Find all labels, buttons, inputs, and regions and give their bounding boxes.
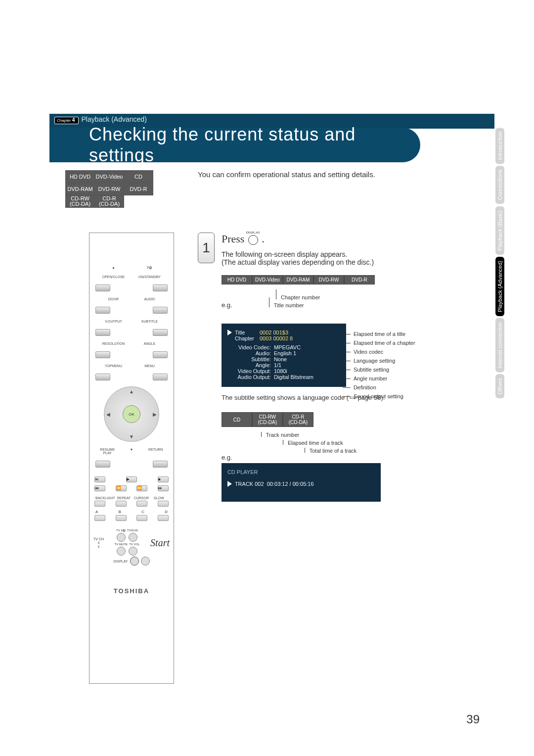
- media-cell: CD-R(CD-DA): [95, 195, 124, 208]
- door-button[interactable]: [95, 307, 110, 314]
- leader-label: Angle number: [343, 374, 415, 383]
- leader-title-number: Title number: [269, 297, 304, 308]
- side-tabs: IntroductionConnectionsPlayback (Basic)P…: [495, 128, 508, 400]
- leader-track-total: Total time of a track: [305, 448, 356, 454]
- angle-label: ANGLE: [132, 342, 168, 345]
- breadcrumb: Chapter 4 Playback (Advanced): [54, 115, 147, 123]
- up-icon[interactable]: ∧: [97, 541, 100, 544]
- media-cell: HD DVD: [222, 275, 252, 284]
- play-icon: [227, 330, 232, 335]
- d-pad[interactable]: ▲ ▼ ◀ ▶ OK: [104, 386, 159, 442]
- media-row-cd: CDCD-RW(CD-DA)CD-R(CD-DA): [222, 412, 429, 427]
- ok-button[interactable]: OK: [123, 405, 140, 423]
- leader-label: Definition: [343, 383, 415, 392]
- cursor-label: CURSOR: [133, 496, 150, 500]
- voutput-button[interactable]: [95, 329, 110, 336]
- resume-button[interactable]: [95, 461, 110, 468]
- rew-button[interactable]: ⏪: [116, 485, 127, 491]
- tvdvd-label: TV/DVD: [127, 529, 138, 532]
- audio-button[interactable]: [153, 307, 168, 314]
- door-label: DOOR: [95, 297, 132, 301]
- tvdvd-button[interactable]: [129, 533, 137, 542]
- display-button[interactable]: [130, 557, 139, 566]
- intro-text: You can confirm operational status and s…: [198, 170, 375, 179]
- return-button[interactable]: [153, 461, 168, 468]
- tab-introduction[interactable]: Introduction: [495, 128, 504, 164]
- step-desc1: The following on-screen display appears.: [222, 250, 429, 258]
- tab-internet-connection[interactable]: Internet connection: [495, 318, 504, 373]
- b-label: B: [119, 510, 121, 514]
- media-cell: DVD-RAM: [283, 275, 313, 284]
- eg-label-2: e.g.: [222, 454, 429, 461]
- playpause-button[interactable]: ⏯: [94, 476, 105, 482]
- tvvol-label: TV VOL: [129, 543, 139, 546]
- leader-label: Elapsed time of a chapter: [343, 338, 415, 347]
- leader-label: Subtitle setting: [343, 365, 415, 374]
- play-button[interactable]: ▶: [126, 476, 137, 482]
- repeat-label: REPEAT: [115, 496, 133, 500]
- page-number: 39: [466, 712, 480, 726]
- media-cell: CD-RW(CD-DA): [252, 412, 283, 427]
- standby-button[interactable]: [153, 284, 168, 291]
- tab-playback-basic-[interactable]: Playback (Basic): [495, 206, 504, 255]
- media-cell: CD: [222, 412, 252, 427]
- osd-row: Audio Output:Digital Bitstream: [227, 374, 341, 380]
- media-row-video: HD DVDDVD-VideoDVD-RAMDVD-RWDVD-R: [222, 275, 429, 284]
- menu-button[interactable]: [153, 374, 168, 380]
- media-cell: CD-RW(CD-DA): [66, 195, 95, 208]
- tvpower-button[interactable]: [117, 533, 126, 542]
- slow-label: SLOW: [150, 496, 168, 500]
- extra-button[interactable]: [141, 557, 150, 566]
- chapter-word: Chapter: [57, 118, 71, 123]
- leader-label: Language setting: [343, 356, 415, 365]
- osd-row: Video Codec:MPEGAVC: [227, 344, 341, 350]
- display-label: DISPLAY: [113, 560, 128, 563]
- backlight-label: BACKLIGHT: [95, 496, 115, 500]
- leader-label: Video codec: [343, 347, 415, 356]
- tab-others[interactable]: Others: [495, 374, 504, 398]
- media-cell: DVD-Video: [252, 275, 283, 284]
- angle-button[interactable]: [153, 351, 168, 358]
- stop-button[interactable]: ■: [158, 476, 169, 482]
- open-close-button[interactable]: [95, 284, 110, 291]
- resolution-label: RESOLUTION: [95, 342, 132, 345]
- prev-button[interactable]: ⏮: [94, 485, 105, 491]
- chapter-pill: Chapter 4: [54, 117, 79, 124]
- leader-track-elapsed: Elapsed time of a track: [283, 440, 343, 446]
- topmenu-button[interactable]: [95, 374, 110, 380]
- eg-label-1: e.g.: [222, 301, 429, 309]
- tvmute-button[interactable]: [117, 547, 126, 556]
- subtitle-button[interactable]: [153, 329, 168, 336]
- tvvol-button[interactable]: [129, 547, 137, 556]
- topmenu-label: TOPMENU: [95, 364, 132, 368]
- leader-label: Elapsed time of a title: [343, 330, 415, 338]
- next-button[interactable]: ⏭: [158, 485, 169, 491]
- open-close-label: OPEN/CLOSE: [95, 275, 132, 279]
- return-label: RETURN: [143, 448, 168, 455]
- display-icon: DISPLAY: [248, 235, 258, 245]
- leaders-right: Elapsed time of a titleElapsed time of a…: [343, 330, 415, 401]
- right-arrow-icon[interactable]: ▶: [153, 412, 157, 417]
- up-arrow-icon[interactable]: ▲: [129, 389, 134, 394]
- d-label: D: [165, 510, 168, 514]
- media-cell: DVD-Video: [95, 171, 124, 183]
- tab-playback-advanced-[interactable]: Playback (Advanced): [495, 257, 504, 316]
- resolution-button[interactable]: [95, 351, 110, 358]
- tab-connections[interactable]: Connections: [495, 166, 504, 204]
- media-cell: CD-R(CD-DA): [283, 412, 313, 427]
- brand-logo: TOSHIBA: [89, 587, 174, 595]
- c-label: C: [141, 510, 144, 514]
- media-cell: DVD-RW: [313, 275, 344, 284]
- left-arrow-icon[interactable]: ◀: [106, 412, 110, 417]
- down-arrow-icon[interactable]: ▼: [129, 434, 134, 439]
- down-icon[interactable]: ∨: [97, 545, 100, 548]
- leader-track-number: Track number: [261, 432, 299, 438]
- media-cell: DVD-RW: [95, 183, 124, 195]
- voutput-label: V.OUTPUT: [95, 320, 132, 323]
- resume-label: RESUME PLAY: [95, 448, 120, 455]
- osd-row: Angle:1/1: [227, 362, 341, 368]
- remote-control: ▲I/⏻ OPEN/CLOSE ON/STANDBY DOORAUDIO V.O…: [89, 233, 174, 684]
- start-callout-text: Start: [150, 537, 170, 549]
- fwd-button[interactable]: ⏩: [136, 485, 147, 491]
- press-line: Press DISPLAY .: [222, 233, 429, 245]
